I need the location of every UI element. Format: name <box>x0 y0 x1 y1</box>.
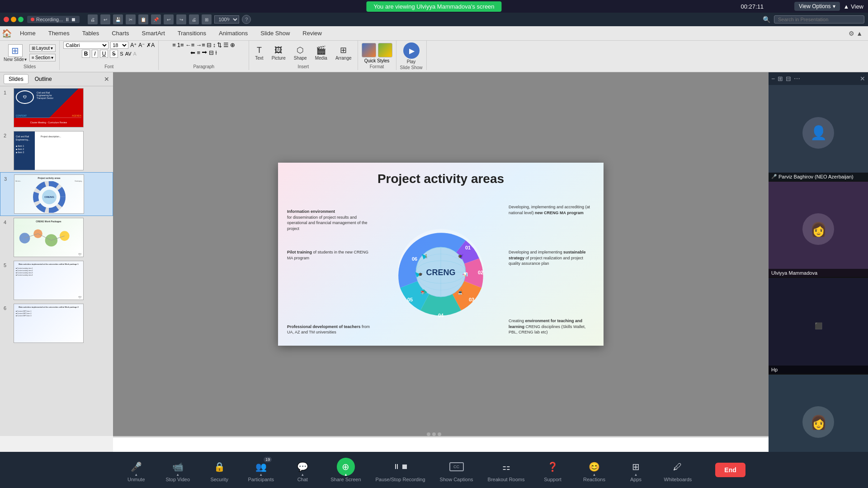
underline-button[interactable]: U <box>100 50 108 58</box>
toolbar-icon-7[interactable]: ↩ <box>164 14 174 24</box>
search-input[interactable] <box>774 15 864 23</box>
media-button[interactable]: 🎬 Media <box>313 44 330 61</box>
menu-animations[interactable]: Animations <box>212 28 254 38</box>
slide-thumbnail-5[interactable]: 5 Main activities implemented at the uni… <box>0 259 113 302</box>
taskbar-unmute[interactable]: 🎤 ▲ Unmute <box>123 458 150 482</box>
video-panel-grid[interactable]: ⊟ <box>786 75 791 82</box>
bullet-list[interactable]: ≡ <box>172 42 176 48</box>
maximize-window-button[interactable] <box>18 17 24 22</box>
video-tile-3: ⬛ Hp <box>769 278 868 374</box>
align-left[interactable]: ⬅ <box>190 49 195 56</box>
align-center[interactable]: ≡ <box>197 49 200 56</box>
menu-slideshow[interactable]: Slide Show <box>254 28 296 38</box>
slide-thumbnail-4[interactable]: 4 CRENG Work Packages 🛡 <box>0 216 113 259</box>
menu-smartart[interactable]: SmartArt <box>136 28 171 38</box>
taskbar-participants[interactable]: 👥 19 ▲ Participants <box>247 458 274 482</box>
font-size-up[interactable]: A⁺ <box>130 42 137 48</box>
font-color[interactable]: A <box>133 51 137 56</box>
layout-button[interactable]: ⊞Layout▾ <box>29 44 56 52</box>
slide-thumbnail-6[interactable]: 6 Main activities implemented at the uni… <box>0 302 113 345</box>
menu-review[interactable]: Review <box>296 28 328 38</box>
arrange-button[interactable]: ⊞ Arrange <box>333 44 354 61</box>
section-button[interactable]: ≡Section▾ <box>29 54 56 61</box>
char-spacing[interactable]: AV <box>125 51 132 56</box>
quick-style-2[interactable] <box>378 43 392 57</box>
new-slide-button[interactable]: ⊞ <box>8 44 23 57</box>
picture-button[interactable]: 🖼 Picture <box>269 45 288 61</box>
clear-format[interactable]: ✗A <box>146 42 155 48</box>
text-button[interactable]: T Text <box>253 45 265 61</box>
bold-button[interactable]: B <box>82 50 90 58</box>
line-spacing[interactable]: ↕ <box>213 42 216 48</box>
taskbar-chat[interactable]: 💬 ▲ Chat <box>289 458 316 482</box>
smartart-convert[interactable]: ⊕ <box>230 42 235 48</box>
taskbar-breakout-rooms[interactable]: ⚏ Breakout Rooms <box>488 458 525 482</box>
menu-transitions[interactable]: Transitions <box>171 28 212 38</box>
video-panel-close[interactable]: ✕ <box>860 75 865 82</box>
toolbar-icon-5[interactable]: 📋 <box>138 14 148 24</box>
toolbar-icon-10[interactable]: ⊞ <box>202 14 212 24</box>
tab-outline[interactable]: Outline <box>30 75 57 84</box>
toolbar-icon-1[interactable]: 🖨 <box>88 14 98 24</box>
slide-canvas[interactable]: Project activity areas Information envir… <box>278 163 604 346</box>
font-shadow[interactable]: S <box>120 51 123 56</box>
taskbar-show-captions[interactable]: CC Show Captions <box>440 458 473 482</box>
slide-thumb-img-2: Civil and RailEngineering...■ Item 1■ It… <box>14 131 84 170</box>
font-size-select[interactable]: 18 <box>110 42 128 49</box>
new-slide-label[interactable]: New Slide ▾ <box>4 57 27 62</box>
security-icon: 🔒 <box>214 461 225 472</box>
menu-tables[interactable]: Tables <box>76 28 106 38</box>
justify[interactable]: ⊟ <box>209 49 214 56</box>
video-panel-tile-view[interactable]: ⊞ <box>778 75 783 82</box>
align-right[interactable]: ⮕ <box>202 49 208 56</box>
end-button[interactable]: End <box>715 463 745 477</box>
minimize-window-button[interactable] <box>11 17 16 22</box>
zoom-select[interactable]: 100% <box>214 15 239 23</box>
tab-slides[interactable]: Slides <box>4 74 28 84</box>
quick-style-1[interactable] <box>362 43 376 57</box>
toolbar-icon-8[interactable]: ↪ <box>176 14 186 24</box>
font-size-down[interactable]: A⁻ <box>138 42 145 48</box>
shape-button[interactable]: ⬡ Shape <box>292 44 309 61</box>
slide-thumbnail-2[interactable]: 2 Civil and RailEngineering...■ Item 1■ … <box>0 129 113 172</box>
text-direction[interactable]: ⇅ <box>217 42 222 48</box>
numbered-list[interactable]: 1≡ <box>177 42 184 48</box>
recording-button[interactable]: Recording... ⏸ ⏹ <box>27 16 80 23</box>
toolbar-icon-2[interactable]: ↩ <box>100 14 110 24</box>
align-text[interactable]: ☰ <box>223 42 229 48</box>
taskbar-whiteboards[interactable]: 🖊 Whiteboards <box>664 458 692 482</box>
slides-panel: Slides Outline ✕ 1 🛡 Civil and RailEngin… <box>0 72 113 436</box>
view-options-button[interactable]: View Options ▾ <box>794 2 840 11</box>
menu-themes[interactable]: Themes <box>42 28 76 38</box>
slide-thumbnail-3[interactable]: 3 Project activity areas CRENG Info env.… <box>0 172 113 216</box>
play-button[interactable]: ▶ Play <box>401 42 422 65</box>
taskbar-support[interactable]: ❓ Support <box>539 458 566 482</box>
toolbar-icon-9[interactable]: 🖨 <box>189 14 199 24</box>
taskbar-reactions[interactable]: 😊 ▲ Reactions <box>581 458 608 482</box>
taskbar-pause-recording[interactable]: ⏸ ⏹ Pause/Stop Recording <box>376 458 425 482</box>
taskbar-security[interactable]: 🔒 Security <box>206 458 233 482</box>
slide-thumbnail-1[interactable]: 1 🛡 Civil and RailEngineering forTranspo… <box>0 86 113 129</box>
col-layout[interactable]: ⫲ <box>215 49 217 56</box>
apps-icon: ⊞ <box>632 461 640 472</box>
toolbar-icon-3[interactable]: 💾 <box>113 14 123 24</box>
taskbar-stop-video[interactable]: 📹 ▲ Stop Video <box>164 458 191 482</box>
toolbar-icon-6[interactable]: 📌 <box>151 14 161 24</box>
taskbar-share-screen[interactable]: ⊕ ▲ Share Screen <box>330 458 361 482</box>
increase-indent[interactable]: →≡ <box>196 42 205 48</box>
video-panel-minimize[interactable]: − <box>771 75 775 82</box>
close-window-button[interactable] <box>4 17 9 22</box>
settings-icon[interactable]: ⚙ ▲ <box>849 30 863 37</box>
menu-home[interactable]: Home <box>14 28 42 38</box>
decrease-indent[interactable]: ←≡ <box>185 42 195 48</box>
menu-charts[interactable]: Charts <box>105 28 135 38</box>
italic-button[interactable]: I <box>92 50 98 58</box>
toolbar-icon-4[interactable]: ✂ <box>126 14 136 24</box>
help-button[interactable]: ? <box>242 15 251 24</box>
slides-panel-close[interactable]: ✕ <box>104 75 109 83</box>
video-panel-more[interactable]: ⋯ <box>794 75 800 82</box>
columns[interactable]: ⊟ <box>207 42 212 48</box>
font-family-select[interactable]: Calibri <box>63 42 108 49</box>
strikethrough-button[interactable]: S̶ <box>110 50 118 58</box>
taskbar-apps[interactable]: ⊞ ▲ Apps <box>623 458 650 482</box>
